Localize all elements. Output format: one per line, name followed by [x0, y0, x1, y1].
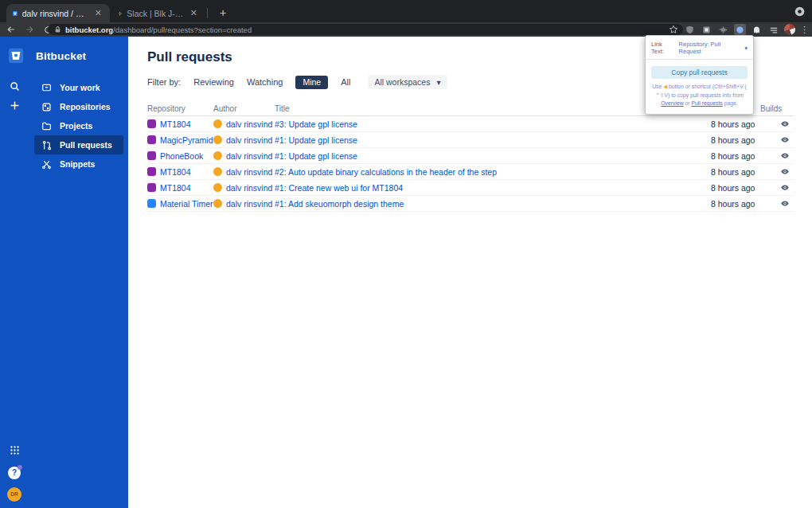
extension-square-icon[interactable]	[701, 24, 712, 36]
table-row[interactable]: PhoneBook dalv rinsvind #1: Update gpl l…	[147, 148, 794, 164]
user-avatar[interactable]: DR	[7, 487, 21, 502]
repository-link[interactable]: Material Timer	[160, 199, 213, 209]
author-cell: dalv rinsvind	[213, 135, 275, 145]
updated-time: 8 hours ago	[711, 199, 760, 209]
table-row[interactable]: MT1804 dalv rinsvind #2: Auto update bin…	[147, 164, 794, 180]
repository-link[interactable]: MT1804	[160, 119, 191, 129]
sidebar-item-label: Projects	[60, 121, 92, 131]
filter-watching[interactable]: Watching	[247, 77, 283, 87]
pr-title-link[interactable]: #2: Auto update binary calculations in t…	[275, 167, 497, 177]
builds-cell	[760, 119, 794, 129]
eye-icon[interactable]	[781, 199, 789, 209]
link-text-dropdown[interactable]: Repository: Pull Request ▾	[679, 41, 748, 55]
author-cell: dalv rinsvind	[213, 167, 275, 177]
new-tab-button[interactable]: +	[216, 6, 230, 20]
table-row[interactable]: MT1804 dalv rinsvind #3: Update gpl lice…	[147, 116, 794, 132]
eye-icon[interactable]	[781, 135, 789, 145]
tab-bitbucket[interactable]: dalv rinsvind / home — Bitbuck ✕	[6, 4, 110, 22]
tab-divider	[207, 8, 208, 18]
extension-shield-icon[interactable]	[684, 24, 696, 36]
author-link[interactable]: dalv rinsvind	[226, 167, 272, 177]
author-avatar	[213, 119, 222, 128]
browser-settings-icon[interactable]	[794, 6, 806, 18]
help-text-part: button or shortcut (Ctrl+Shift+V ( ⌃⇧V) …	[655, 84, 747, 98]
author-link[interactable]: dalv rinsvind	[226, 119, 272, 129]
extension-list-icon[interactable]	[767, 24, 779, 36]
browser-profile-avatar[interactable]	[784, 24, 795, 35]
product-name: Bitbucket	[36, 50, 86, 62]
author-link[interactable]: dalv rinsvind	[226, 151, 272, 161]
sidebar-item-snippets[interactable]: Snippets	[34, 154, 123, 174]
help-text-part: page.	[724, 100, 738, 106]
updated-time: 8 hours ago	[711, 135, 760, 145]
help-question-glyph: ?	[12, 468, 17, 477]
repositories-icon	[41, 101, 52, 112]
pr-title-link[interactable]: #3: Update gpl license	[275, 119, 357, 129]
tab-strip: dalv rinsvind / home — Bitbuck ✕ Slack |…	[0, 0, 812, 22]
sidebar-item-pull-requests[interactable]: Pull requests	[34, 135, 123, 154]
repository-link[interactable]: MT1804	[160, 167, 191, 177]
repository-avatar	[147, 199, 156, 208]
tab-slack[interactable]: Slack | Blk J-22 | factorywork ✕	[111, 4, 205, 22]
table-row[interactable]: MagicPyramid dalv rinsvind #1: Update gp…	[147, 132, 794, 148]
sidebar-item-label: Repositories	[60, 102, 111, 111]
author-cell: dalv rinsvind	[213, 199, 275, 209]
table-row[interactable]: MT1804 dalv rinsvind #1: Create new web …	[147, 180, 794, 196]
pull-requests-link[interactable]: Pull requests	[691, 100, 722, 106]
pr-title-link[interactable]: #1: Add skeuomorph design theme	[275, 199, 404, 209]
filter-mine[interactable]: Mine	[295, 76, 328, 89]
author-link[interactable]: dalv rinsvind	[226, 183, 272, 193]
copy-pull-requests-button[interactable]: Copy pull requests	[651, 66, 748, 79]
extension-ghost-icon[interactable]	[751, 24, 763, 36]
close-icon[interactable]: ✕	[93, 8, 103, 18]
eye-icon[interactable]	[781, 151, 789, 161]
help-text-part: or	[685, 100, 690, 106]
extension-puzzle-icon[interactable]	[717, 24, 729, 36]
overview-link[interactable]: Overview	[661, 100, 683, 106]
repository-cell: MT1804	[147, 167, 213, 177]
eye-icon[interactable]	[781, 119, 789, 129]
slack-favicon	[118, 10, 122, 18]
pr-title-link[interactable]: #1: Update gpl license	[275, 151, 357, 161]
workspace-dropdown[interactable]: All workspaces ▾	[368, 75, 447, 89]
pr-title-link[interactable]: #1: Create new web ui for MT1804	[275, 183, 403, 193]
filter-all[interactable]: All	[341, 77, 350, 87]
updated-time: 8 hours ago	[711, 119, 760, 129]
author-cell: dalv rinsvind	[213, 119, 275, 129]
sidebar-item-projects[interactable]: Projects	[34, 116, 123, 135]
back-icon[interactable]	[4, 23, 18, 36]
title-cell: #1: Add skeuomorph design theme	[275, 199, 711, 209]
table-row[interactable]: Material Timer dalv rinsvind #1: Add ske…	[147, 196, 794, 212]
repository-link[interactable]: MT1804	[160, 183, 191, 193]
chevron-down-icon: ▾	[436, 77, 440, 87]
browser-menu-icon[interactable]: ⋮	[800, 25, 809, 33]
sidebar-item-repositories[interactable]: Repositories	[34, 97, 123, 116]
author-link[interactable]: dalv rinsvind	[226, 199, 272, 209]
extension-button-icon: ◀	[663, 84, 667, 89]
repository-cell: PhoneBook	[147, 151, 213, 161]
sidebar-item-label: Your work	[60, 83, 100, 92]
close-icon[interactable]: ✕	[189, 8, 199, 18]
eye-icon[interactable]	[781, 167, 789, 177]
sidebar-item-your-work[interactable]: Your work	[34, 78, 123, 97]
bookmark-star-icon[interactable]	[667, 24, 679, 36]
popup-divider	[646, 59, 753, 60]
filter-reviewing[interactable]: Reviewing	[193, 77, 234, 87]
repository-link[interactable]: MagicPyramid	[160, 135, 213, 145]
pr-title-link[interactable]: #1: Update gpl license	[275, 135, 357, 145]
author-link[interactable]: dalv rinsvind	[226, 135, 272, 145]
title-cell: #3: Update gpl license	[275, 119, 711, 129]
eye-icon[interactable]	[781, 183, 789, 193]
repository-cell: MT1804	[147, 119, 213, 129]
active-extension-icon[interactable]	[734, 24, 746, 36]
column-repository: Repository	[147, 104, 213, 113]
bitbucket-logo-icon[interactable]	[8, 48, 24, 64]
folder-icon	[41, 120, 52, 131]
title-cell: #1: Create new web ui for MT1804	[275, 183, 711, 193]
forward-icon[interactable]	[22, 23, 37, 36]
repository-link[interactable]: PhoneBook	[160, 151, 203, 161]
address-bar[interactable]: bitbucket.org/dashboard/pullrequests?sec…	[48, 24, 683, 35]
help-icon[interactable]: ?	[8, 467, 21, 479]
apps-grid-icon[interactable]	[10, 444, 20, 459]
repository-avatar	[147, 167, 156, 176]
